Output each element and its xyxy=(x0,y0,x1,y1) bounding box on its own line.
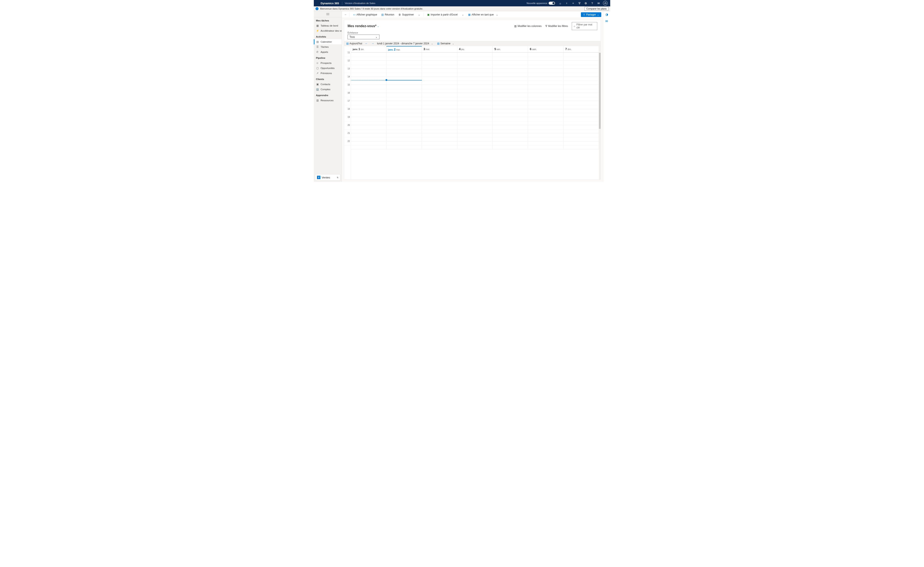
trash-icon: 🗑 xyxy=(398,13,401,16)
sidebar-item-label: Calendrier xyxy=(321,40,332,43)
app-switch-label: Ventes xyxy=(322,176,330,179)
settings-icon[interactable]: ⚙ xyxy=(583,2,589,5)
time-column: 111213141516171819202122 xyxy=(344,52,351,180)
sidebar-item-label: Accélérateur des ven… xyxy=(321,30,342,32)
info-icon: i xyxy=(316,7,319,10)
search-icon: ⌕ xyxy=(574,25,575,28)
sidebar-item-accelerator[interactable]: ⚡Accélérateur des ven… xyxy=(314,28,342,33)
sidebar-item-contacts[interactable]: ▣Contacts xyxy=(314,82,342,87)
chat-icon[interactable]: ✉ xyxy=(595,2,602,5)
range-dropdown-icon[interactable]: ⌄ xyxy=(431,42,433,45)
day-header[interactable]: 7 dim. xyxy=(563,46,599,52)
show-chart-button[interactable]: ▭Afficher graphique xyxy=(352,12,379,17)
add-icon[interactable]: ＋ xyxy=(570,1,576,5)
building-icon: 🏢 xyxy=(316,88,319,91)
sidebar-item-forecasts[interactable]: ↗Prévisions xyxy=(314,70,342,76)
command-bar: ← ▭Afficher graphique ▤Réunion 🗑Supprime… xyxy=(342,11,603,18)
trial-banner: i Bienvenue dans Dynamics 365 Sales ! Il… xyxy=(314,6,610,11)
cmd-label: Importer à partir d'Excel xyxy=(431,13,458,16)
meeting-icon: ▤ xyxy=(381,13,384,16)
prev-week-button[interactable]: ← xyxy=(364,42,368,45)
avatar[interactable]: JS xyxy=(603,1,608,6)
sidebar-item-label: Tableau de bord xyxy=(321,24,338,27)
opportunities-icon: ▢ xyxy=(316,67,319,70)
sidebar-item-opportunities[interactable]: ▢Opportunités xyxy=(314,66,342,70)
view-dropdown-icon[interactable]: ⌄ xyxy=(377,25,379,27)
hamburger-icon[interactable] xyxy=(326,13,329,15)
compare-plans-button[interactable]: Comparer les plans xyxy=(584,7,608,10)
page-title[interactable]: Mes rendez-vous* xyxy=(347,24,376,28)
cmd-label: Partager xyxy=(586,13,596,16)
contacts-icon: ▣ xyxy=(316,83,319,86)
calendar-icon: ▤ xyxy=(346,42,349,45)
date-range-label[interactable]: lundi 1 janvier 2024 - dimanche 7 janvie… xyxy=(377,42,429,45)
import-excel-button[interactable]: ▣Importer à partir d'Excel xyxy=(425,12,459,17)
new-look-toggle[interactable] xyxy=(548,2,555,4)
sidebar-item-calls[interactable]: ✆Appels xyxy=(314,50,342,54)
nav-group-activities: Activités xyxy=(314,33,342,39)
sidebar-item-label: Comptes xyxy=(321,88,331,91)
edit-columns-button[interactable]: ▥Modifier les colonnes xyxy=(514,25,542,28)
filter-label: Échéance xyxy=(347,32,597,34)
delete-button[interactable]: 🗑Supprimer xyxy=(397,12,416,17)
calendar-toolbar: ▤Aujourd'hui ← → lundi 1 janvier 2024 - … xyxy=(344,41,601,46)
day-header[interactable]: 5 ven. xyxy=(493,46,528,52)
keyword-filter-input[interactable]: ⌕Filtrer par mot clé xyxy=(572,22,597,30)
chart-icon: ▭ xyxy=(353,13,355,16)
cmd-label: Supprimer xyxy=(402,13,414,16)
import-dropdown[interactable]: ⌄ xyxy=(460,12,466,17)
filter-icon: ∇ xyxy=(545,25,547,28)
day-header[interactable]: 4 jeu. xyxy=(457,46,493,52)
nav-group-clients: Clients xyxy=(314,76,342,82)
sidebar-item-tasks[interactable]: ☰Tâches xyxy=(314,44,342,50)
excel-icon: ▣ xyxy=(427,13,430,16)
sidebar-item-calendar[interactable]: ▤Calendrier xyxy=(314,39,342,44)
sidebar-item-accounts[interactable]: 🏢Comptes xyxy=(314,87,342,92)
cmd-label: Réunion xyxy=(385,13,394,16)
sidebar: Mes tâches ▦Tableau de bord ⚡Accélérateu… xyxy=(314,11,342,182)
delete-dropdown[interactable]: ⌄ xyxy=(416,12,422,17)
show-as-button[interactable]: ▦Afficher en tant que⌄ xyxy=(466,12,500,17)
app-switcher[interactable]: V Ventes ⇅ xyxy=(315,174,340,181)
help-icon[interactable]: ? xyxy=(589,2,595,5)
cmd-label: Afficher graphique xyxy=(356,13,377,16)
share-icon: ⇪ xyxy=(583,13,585,16)
view-mode-button[interactable]: ▤Semaine⌄ xyxy=(437,42,454,45)
calendar-grid[interactable] xyxy=(351,52,599,149)
nav-group-tasks: Mes tâches xyxy=(314,17,342,23)
copilot-icon[interactable]: ◑ xyxy=(605,12,608,16)
page-panel: Mes rendez-vous* ⌄ ▥Modifier les colonne… xyxy=(344,20,601,180)
scrollbar[interactable] xyxy=(599,52,601,180)
due-date-select[interactable]: Tous⌄ xyxy=(347,34,379,39)
edit-filters-button[interactable]: ∇Modifier les filtres xyxy=(545,25,568,28)
day-header[interactable]: 3 mer. xyxy=(422,46,457,52)
day-header[interactable]: janv. 2 mar. xyxy=(386,46,422,52)
filter-icon[interactable]: ∇ xyxy=(576,2,583,5)
day-header[interactable]: 6 sam. xyxy=(528,46,563,52)
app-switch-badge: V xyxy=(317,176,320,179)
teams-chat-icon[interactable]: ✉ xyxy=(605,19,608,23)
share-button[interactable]: ⇪Partager⌄ xyxy=(581,12,601,17)
sidebar-item-resources[interactable]: ▥Ressources xyxy=(314,98,342,103)
next-week-button[interactable]: → xyxy=(371,42,375,45)
calendar-icon: ▤ xyxy=(437,42,440,45)
sidebar-item-dashboard[interactable]: ▦Tableau de bord xyxy=(314,23,342,28)
sidebar-item-label: Opportunités xyxy=(321,67,335,69)
chevron-down-icon: ⌄ xyxy=(418,13,420,16)
sidebar-item-label: Contacts xyxy=(321,83,330,86)
meeting-button[interactable]: ▤Réunion xyxy=(380,12,396,17)
day-header[interactable]: janv. 1 lun. xyxy=(351,46,386,52)
lightbulb-icon[interactable]: ♀ xyxy=(563,2,570,5)
nav-group-pipeline: Pipeline xyxy=(314,54,342,60)
rocket-icon: ⚡ xyxy=(316,29,319,32)
back-button[interactable]: ← xyxy=(344,13,348,16)
product-name[interactable]: Dynamics 365 xyxy=(316,2,342,5)
search-icon[interactable]: ⌕ xyxy=(557,2,563,5)
banner-text: Bienvenue dans Dynamics 365 Sales ! Il r… xyxy=(320,8,423,10)
chevron-down-icon: ⌄ xyxy=(452,42,454,45)
phone-icon: ✆ xyxy=(316,51,319,54)
today-button[interactable]: ▤Aujourd'hui xyxy=(346,42,362,45)
new-look-label: Nouvelle apparence xyxy=(527,2,547,4)
nav-group-learn: Apprendre xyxy=(314,92,342,98)
sidebar-item-prospects[interactable]: ☺Prospects xyxy=(314,60,342,66)
